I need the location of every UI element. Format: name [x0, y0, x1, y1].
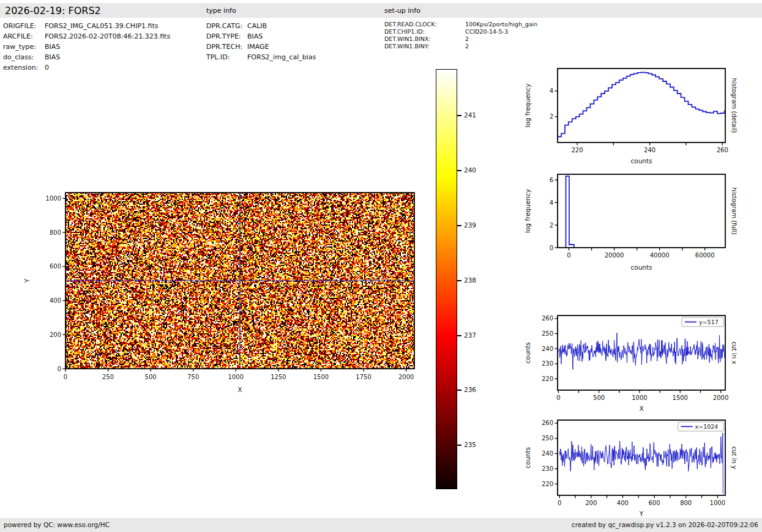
cut-in-x-svg: 0500100015002000220230240250260Xcountscu… [520, 302, 762, 424]
dprtech-label: DPR.TECH: [206, 43, 247, 51]
svg-text:20000: 20000 [605, 252, 624, 259]
histogram-full-xlabel: counts [630, 264, 652, 271]
tplid-value: FORS2_img_cal_bias [247, 53, 316, 61]
cut-in-y-legend-label: x=1024 [695, 423, 719, 430]
arcfile-value: FORS2.2026-02-20T08:46:21.323.fits [45, 32, 170, 40]
chipid-value: CCID20-14-5-3 [465, 28, 508, 35]
svg-text:800: 800 [680, 500, 692, 506]
svg-text:40000: 40000 [650, 252, 670, 259]
svg-text:0: 0 [567, 252, 570, 259]
svg-text:1000: 1000 [228, 374, 244, 380]
svg-text:500: 500 [145, 374, 157, 380]
info-row-biny: DET.WIN1.BINY:2 [384, 43, 469, 50]
svg-text:240: 240 [644, 147, 656, 153]
cut-in-x-ylabel: counts [524, 342, 531, 363]
bias-image-plot: 0250500750100012501500175020000200400600… [21, 176, 438, 412]
page-title: 2026-02-19: FORS2 [5, 5, 101, 17]
chipid-label: DET.CHIP1.ID: [384, 28, 465, 35]
svg-text:60000: 60000 [695, 252, 715, 259]
histogram-detail-series [558, 72, 728, 136]
info-row-readclock: DET.READ.CLOCK:100Kps/2ports/high_gain [384, 21, 537, 28]
svg-text:2000: 2000 [713, 394, 728, 401]
cut-in-y-svg: 02004006008001000220230240250260Ycountsc… [520, 407, 762, 530]
svg-text:0: 0 [64, 374, 67, 380]
svg-text:260: 260 [717, 147, 728, 153]
extension-value: 0 [45, 64, 49, 72]
svg-text:230: 230 [542, 465, 553, 472]
colorbar-tick-label: 240 [464, 166, 476, 174]
binx-value: 2 [465, 35, 469, 42]
histogram-detail-svg: 22024026024countslog frequencyhistogram … [520, 58, 762, 174]
origfile-label: ORIGFILE: [3, 22, 45, 30]
info-row-rawtype: raw_type:BIAS [3, 43, 60, 51]
arcfile-label: ARCFILE: [3, 32, 45, 40]
svg-text:2: 2 [550, 113, 553, 120]
svg-text:220: 220 [571, 147, 583, 153]
svg-text:600: 600 [50, 263, 61, 270]
colorbar-tick [457, 225, 461, 226]
colorbar-tick [457, 390, 461, 391]
histogram-full-ylabel: log frequency [524, 189, 531, 233]
histogram-detail-ylabel: log frequency [524, 83, 531, 127]
histogram-full-svg: 02000040000600000246countslog frequencyh… [520, 164, 762, 280]
bias-image-xlabel: X [237, 386, 242, 393]
bias-image-svg: 0250500750100012501500175020000200400600… [21, 176, 438, 412]
svg-text:240: 240 [542, 345, 553, 352]
svg-text:0: 0 [556, 394, 560, 401]
setup-info-heading: set-up info [384, 7, 420, 15]
dprtype-label: DPR.TYPE: [206, 32, 247, 40]
biny-label: DET.WIN1.BINY: [384, 43, 465, 50]
histogram-detail-side-label: histogram (detail) [731, 78, 738, 133]
svg-text:250: 250 [102, 374, 114, 380]
colorbar-tick-label: 236 [464, 386, 476, 393]
origfile-value: FORS2_IMG_CAL051.39.CHIP1.fits [45, 22, 159, 30]
colorbar-tick-label: 239 [464, 221, 476, 229]
histogram-detail-plot: 22024026024countslog frequencyhistogram … [520, 58, 762, 174]
colorbar-tick-label: 235 [464, 441, 476, 448]
cut-in-x-side-label: cut in x [731, 341, 738, 364]
dprcatg-label: DPR.CATG: [206, 22, 247, 30]
svg-text:220: 220 [542, 481, 553, 487]
colorbar-tick [457, 335, 461, 336]
histogram-full-series [566, 176, 574, 248]
svg-text:0: 0 [550, 245, 553, 251]
type-info-heading: type info [206, 7, 236, 15]
readclock-value: 100Kps/2ports/high_gain [465, 21, 537, 28]
svg-text:1000: 1000 [632, 394, 647, 401]
cut-in-x-series [559, 333, 725, 369]
info-row-dprtype: DPR.TYPE:BIAS [206, 32, 263, 40]
svg-text:750: 750 [187, 374, 199, 380]
histogram-full-frame [558, 174, 725, 248]
footer-left-text: powered by QC: www.eso.org/HC [4, 521, 110, 528]
svg-text:200: 200 [50, 331, 61, 338]
dprtech-value: IMAGE [247, 43, 269, 51]
rawtype-value: BIAS [45, 43, 60, 51]
svg-text:240: 240 [542, 450, 553, 457]
svg-text:1500: 1500 [313, 374, 329, 380]
cut-in-y-series [559, 433, 723, 493]
svg-text:2: 2 [550, 222, 553, 229]
tplid-label: TPL.ID: [206, 53, 247, 61]
svg-text:4: 4 [550, 87, 553, 94]
dprtype-value: BIAS [247, 32, 263, 40]
svg-text:600: 600 [649, 500, 660, 506]
readclock-label: DET.READ.CLOCK: [384, 21, 465, 28]
binx-label: DET.WIN1.BINX: [384, 35, 465, 42]
info-row-tplid: TPL.ID:FORS2_img_cal_bias [206, 53, 316, 61]
colorbar-tick-label: 238 [464, 276, 476, 284]
qc-report-page: 2026-02-19: FORS2 type info set-up info … [0, 0, 762, 532]
svg-text:4: 4 [550, 199, 553, 206]
svg-text:1500: 1500 [673, 394, 688, 401]
cut-in-y-xlabel: Y [639, 510, 644, 517]
biny-value: 2 [465, 43, 469, 50]
svg-text:1000: 1000 [710, 500, 725, 506]
info-row-dprcatg: DPR.CATG:CALIB [206, 22, 267, 30]
svg-text:230: 230 [542, 360, 553, 367]
doclass-value: BIAS [45, 53, 60, 61]
cut-in-y-side-label: cut in y [731, 446, 738, 469]
info-row-dprtech: DPR.TECH:IMAGE [206, 43, 269, 51]
svg-text:250: 250 [542, 435, 553, 441]
svg-text:0: 0 [558, 500, 561, 506]
info-row-chipid: DET.CHIP1.ID:CCID20-14-5-3 [384, 28, 508, 35]
svg-text:400: 400 [617, 500, 629, 506]
